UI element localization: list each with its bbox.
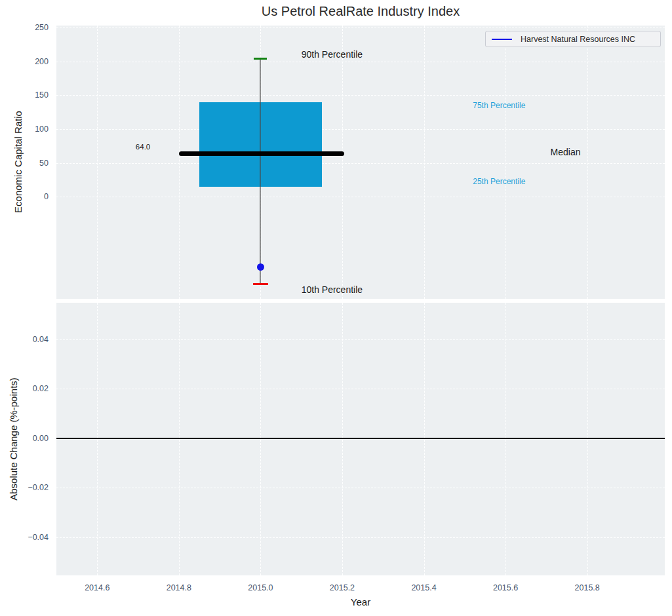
p10-cap xyxy=(253,283,267,285)
y-tick-label: 250 xyxy=(0,22,49,33)
x-gridline xyxy=(97,26,98,299)
legend: Harvest Natural Resources INC xyxy=(485,31,661,47)
median-line xyxy=(179,151,344,156)
y-gridline xyxy=(56,197,665,197)
x-gridline xyxy=(505,26,506,299)
annotation-75th-percentile: 75th Percentile xyxy=(473,101,525,110)
y-tick-label: −0.02 xyxy=(0,482,49,493)
y-tick-label: 100 xyxy=(0,123,49,135)
p90-cap xyxy=(254,58,267,60)
legend-line-swatch xyxy=(492,39,512,40)
x-tick-label: 2015.6 xyxy=(479,583,532,592)
y-tick-label: 0.04 xyxy=(0,334,49,345)
x-tick-label: 2015.4 xyxy=(398,583,450,592)
y-tick-label: 0.02 xyxy=(0,383,49,395)
y-gridline xyxy=(56,163,665,164)
y-tick-label: 50 xyxy=(0,157,49,169)
company-point xyxy=(257,263,264,271)
y-gridline xyxy=(56,28,665,28)
x-gridline xyxy=(97,303,98,575)
y-gridline xyxy=(56,537,665,538)
x-axis-label: Year xyxy=(56,596,665,607)
annotation-median: Median xyxy=(551,147,581,157)
y-tick-label: 150 xyxy=(0,89,49,101)
x-gridline xyxy=(587,303,588,575)
legend-label: Harvest Natural Resources INC xyxy=(521,35,635,44)
zero-line xyxy=(56,438,665,439)
annotation-25th-percentile: 25th Percentile xyxy=(473,177,525,186)
x-gridline xyxy=(424,303,425,575)
x-tick-label: 2015.8 xyxy=(561,583,614,592)
x-gridline xyxy=(424,26,425,299)
chart-title: Us Petrol RealRate Industry Index xyxy=(56,4,665,19)
x-tick-label: 2015.0 xyxy=(234,583,287,592)
y-gridline xyxy=(56,389,665,389)
x-tick-label: 2014.8 xyxy=(153,583,205,592)
x-gridline xyxy=(505,303,506,575)
y-tick-label: −0.04 xyxy=(0,531,49,543)
y-gridline xyxy=(56,129,665,130)
x-tick-label: 2015.2 xyxy=(316,583,368,592)
y-tick-label: 0 xyxy=(0,191,49,202)
y-gridline xyxy=(56,62,665,62)
annotation-10th-percentile: 10th Percentile xyxy=(302,284,363,295)
x-gridline xyxy=(587,26,588,299)
whisker-line xyxy=(260,59,261,284)
x-gridline xyxy=(342,303,343,575)
x-tick-label: 2014.6 xyxy=(71,583,123,592)
x-gridline xyxy=(179,26,180,299)
y-gridline xyxy=(56,95,665,96)
annotation-64-0: 64.0 xyxy=(136,143,150,151)
y-tick-label: 200 xyxy=(0,56,49,67)
y-gridline xyxy=(56,488,665,488)
x-gridline xyxy=(260,303,261,575)
annotation-90th-percentile: 90th Percentile xyxy=(302,49,363,60)
y-gridline xyxy=(56,339,665,340)
bottom-axes xyxy=(56,303,665,575)
y-tick-label: 0.00 xyxy=(0,433,49,444)
top-axes: 90th Percentile10th Percentile75th Perce… xyxy=(56,26,665,299)
x-gridline xyxy=(342,26,343,299)
figure: Us Petrol RealRate Industry Index Econom… xyxy=(0,0,672,616)
x-gridline xyxy=(179,303,180,575)
